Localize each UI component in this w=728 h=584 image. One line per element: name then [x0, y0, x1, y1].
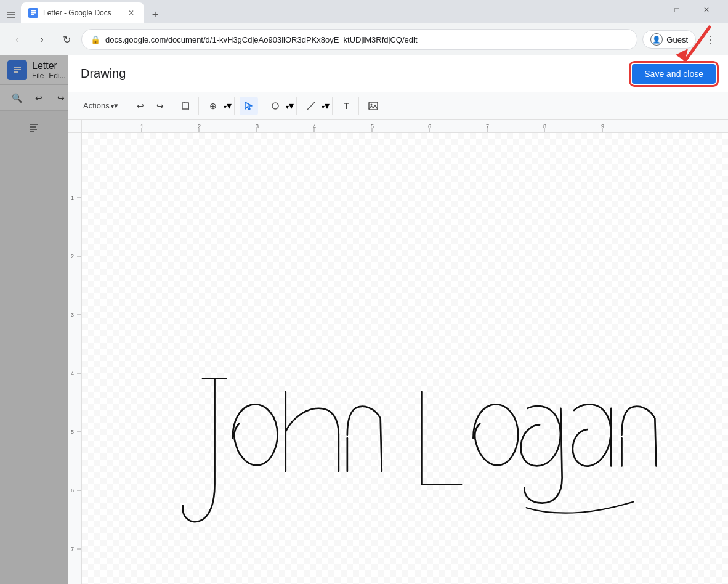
signature-svg	[82, 133, 728, 584]
svg-rect-14	[182, 103, 188, 109]
line-chevron-icon: ▾	[322, 100, 330, 112]
actions-button[interactable]: Actions ▾	[78, 99, 123, 113]
crop-group	[175, 97, 199, 115]
forward-button[interactable]: ›	[32, 30, 52, 49]
refresh-button[interactable]: ↻	[57, 30, 76, 49]
address-bar[interactable]: 🔒 docs.google.com/document/d/1-kvH3gCdje…	[81, 29, 637, 50]
svg-text:5: 5	[371, 123, 374, 129]
svg-marker-17	[245, 102, 252, 110]
svg-line-20	[307, 102, 315, 110]
dialog-header: Drawing Save and close	[68, 55, 728, 92]
tab-title: Letter - Google Docs	[43, 9, 121, 17]
shapes-button[interactable]	[266, 97, 285, 115]
svg-text:4: 4	[313, 123, 316, 129]
dialog-title: Drawing	[81, 67, 632, 81]
person-icon: 👤	[650, 33, 663, 46]
maximize-button[interactable]: □	[663, 0, 691, 20]
svg-text:7: 7	[71, 546, 74, 552]
svg-text:1: 1	[71, 195, 74, 201]
image-group	[362, 97, 385, 115]
select-group	[237, 97, 261, 115]
save-and-close-button[interactable]: Save and close	[632, 64, 716, 84]
main-content: Letter File Edi... ▾ T 🔍 ↩ ↪	[0, 55, 728, 584]
drawing-toolbar: Actions ▾ ↩ ↪ ⊕ ▾	[68, 92, 728, 120]
svg-text:7: 7	[486, 123, 489, 129]
svg-text:6: 6	[71, 487, 74, 493]
svg-text:3: 3	[71, 312, 74, 318]
tab-favicon	[28, 8, 38, 18]
actions-label: Actions	[83, 101, 110, 110]
zoom-group: ⊕ ▾	[201, 97, 235, 115]
undo-redo-group: ↩ ↪	[129, 97, 172, 115]
address-bar-row: ‹ › ↻ 🔒 docs.google.com/document/d/1-kvH…	[0, 23, 728, 55]
save-close-container: Save and close	[632, 64, 716, 84]
zoom-button[interactable]: ⊕	[204, 97, 222, 115]
actions-chevron-icon: ▾	[111, 101, 118, 110]
svg-point-18	[272, 103, 278, 109]
guest-label: Guest	[666, 35, 688, 44]
svg-text:8: 8	[543, 123, 546, 129]
svg-text:6: 6	[428, 123, 431, 129]
drawing-dialog: Drawing Save and close	[68, 55, 728, 584]
crop-button[interactable]	[177, 97, 196, 115]
select-tool-button[interactable]	[240, 97, 258, 115]
image-button[interactable]	[364, 97, 382, 115]
svg-text:1: 1	[140, 123, 144, 129]
text-group: T	[335, 97, 359, 115]
tab-close-button[interactable]: ✕	[126, 7, 137, 18]
line-button[interactable]	[302, 97, 320, 115]
undo-button[interactable]: ↩	[131, 97, 150, 115]
shapes-chevron-icon: ▾	[286, 100, 294, 112]
svg-rect-1	[31, 10, 36, 12]
line-group: ▾	[299, 97, 333, 115]
back-button[interactable]: ‹	[7, 30, 27, 49]
tab-bar: Letter - Google Docs ✕ + — □ ✕	[0, 0, 728, 23]
canvas-checker-bg	[82, 133, 728, 584]
chrome-menu-button[interactable]: ⋮	[701, 30, 721, 49]
text-button[interactable]: T	[338, 97, 356, 115]
guest-profile-button[interactable]: 👤 Guest	[642, 30, 696, 49]
horizontal-ruler: 1 2 3 4 5 6 7	[82, 120, 728, 133]
svg-rect-21	[369, 102, 378, 110]
svg-text:3: 3	[256, 123, 259, 129]
zoom-chevron-icon: ▾	[224, 100, 232, 112]
drawing-canvas[interactable]	[82, 133, 728, 584]
close-window-button[interactable]: ✕	[692, 0, 721, 20]
lock-icon: 🔒	[91, 35, 100, 44]
ruler-corner	[68, 120, 82, 133]
new-tab-button[interactable]: +	[147, 6, 164, 23]
svg-text:5: 5	[71, 429, 74, 435]
svg-text:2: 2	[71, 253, 74, 259]
window-controls: — □ ✕	[633, 0, 723, 23]
svg-rect-2	[31, 12, 36, 14]
svg-text:9: 9	[601, 123, 604, 129]
redo-button[interactable]: ↪	[151, 97, 169, 115]
minimize-button[interactable]: —	[633, 0, 661, 20]
tab-list-button[interactable]	[2, 6, 20, 23]
vertical-ruler: 1 2 3 4 5 6 7	[68, 133, 82, 584]
url-text: docs.google.com/document/d/1-kvH3gCdjeAo…	[105, 35, 628, 44]
actions-group: Actions ▾	[76, 99, 126, 113]
browser-frame: Letter - Google Docs ✕ + — □ ✕ ‹ › ↻ 🔒 d…	[0, 0, 728, 584]
drawing-canvas-container: 1 2 3 4 5 6 7	[68, 120, 728, 584]
svg-text:4: 4	[71, 370, 74, 376]
shapes-group: ▾	[264, 97, 297, 115]
active-tab[interactable]: Letter - Google Docs ✕	[21, 2, 144, 23]
svg-text:2: 2	[198, 123, 201, 129]
svg-rect-3	[31, 14, 34, 15]
